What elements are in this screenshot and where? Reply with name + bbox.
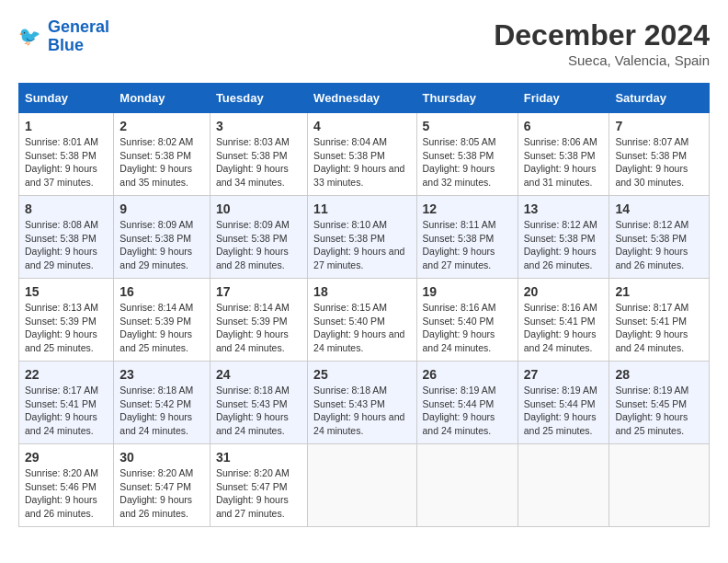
calendar-day-cell: 21Sunrise: 8:17 AMSunset: 5:41 PMDayligh… bbox=[609, 279, 710, 362]
day-info: Sunrise: 8:20 AMSunset: 5:46 PMDaylight:… bbox=[25, 466, 108, 521]
calendar-day-cell bbox=[518, 444, 609, 527]
day-info: Sunrise: 8:09 AMSunset: 5:38 PMDaylight:… bbox=[216, 218, 301, 272]
day-number: 26 bbox=[423, 367, 512, 382]
day-info: Sunrise: 8:20 AMSunset: 5:47 PMDaylight:… bbox=[119, 466, 204, 521]
logo-text: General Blue bbox=[48, 18, 109, 55]
day-number: 23 bbox=[119, 367, 204, 382]
calendar-day-cell: 31Sunrise: 8:20 AMSunset: 5:47 PMDayligh… bbox=[210, 444, 307, 527]
calendar-day-cell: 5Sunrise: 8:05 AMSunset: 5:38 PMDaylight… bbox=[416, 113, 518, 196]
calendar-day-cell: 26Sunrise: 8:19 AMSunset: 5:44 PMDayligh… bbox=[416, 362, 518, 444]
calendar-day-cell bbox=[416, 444, 518, 527]
day-info: Sunrise: 8:17 AMSunset: 5:41 PMDaylight:… bbox=[25, 384, 108, 438]
day-info: Sunrise: 8:14 AMSunset: 5:39 PMDaylight:… bbox=[216, 301, 301, 355]
day-info: Sunrise: 8:14 AMSunset: 5:39 PMDaylight:… bbox=[119, 301, 204, 355]
calendar-week-row: 22Sunrise: 8:17 AMSunset: 5:41 PMDayligh… bbox=[19, 362, 710, 444]
calendar-day-cell: 29Sunrise: 8:20 AMSunset: 5:46 PMDayligh… bbox=[19, 444, 114, 527]
day-number: 16 bbox=[119, 284, 204, 299]
day-number: 15 bbox=[25, 284, 108, 299]
page-header: 🐦 General Blue December 2024 Sueca, Vale… bbox=[18, 18, 710, 68]
calendar-day-cell: 1Sunrise: 8:01 AMSunset: 5:38 PMDaylight… bbox=[19, 113, 114, 196]
day-number: 13 bbox=[524, 201, 604, 216]
calendar-day-cell: 3Sunrise: 8:03 AMSunset: 5:38 PMDaylight… bbox=[210, 113, 307, 196]
calendar-day-cell bbox=[308, 444, 416, 527]
day-number: 14 bbox=[615, 201, 703, 216]
calendar-week-row: 29Sunrise: 8:20 AMSunset: 5:46 PMDayligh… bbox=[19, 444, 710, 527]
day-number: 20 bbox=[524, 284, 604, 299]
calendar-day-cell: 23Sunrise: 8:18 AMSunset: 5:42 PMDayligh… bbox=[114, 362, 210, 444]
calendar-day-cell: 30Sunrise: 8:20 AMSunset: 5:47 PMDayligh… bbox=[114, 444, 210, 527]
weekday-header-saturday: Saturday bbox=[609, 84, 710, 113]
calendar-week-row: 15Sunrise: 8:13 AMSunset: 5:39 PMDayligh… bbox=[19, 279, 710, 362]
logo-line2: Blue bbox=[48, 36, 84, 54]
day-number: 17 bbox=[216, 284, 301, 299]
calendar-day-cell: 19Sunrise: 8:16 AMSunset: 5:40 PMDayligh… bbox=[416, 279, 518, 362]
day-number: 5 bbox=[423, 119, 512, 133]
calendar-day-cell: 27Sunrise: 8:19 AMSunset: 5:44 PMDayligh… bbox=[518, 362, 609, 444]
day-info: Sunrise: 8:18 AMSunset: 5:43 PMDaylight:… bbox=[216, 384, 301, 438]
weekday-header-thursday: Thursday bbox=[416, 84, 518, 113]
calendar-week-row: 8Sunrise: 8:08 AMSunset: 5:38 PMDaylight… bbox=[19, 196, 710, 279]
day-number: 6 bbox=[524, 119, 604, 133]
day-number: 18 bbox=[313, 284, 410, 299]
day-info: Sunrise: 8:16 AMSunset: 5:41 PMDaylight:… bbox=[524, 301, 604, 355]
day-number: 8 bbox=[25, 201, 108, 216]
day-info: Sunrise: 8:08 AMSunset: 5:38 PMDaylight:… bbox=[25, 218, 108, 272]
day-info: Sunrise: 8:04 AMSunset: 5:38 PMDaylight:… bbox=[313, 135, 410, 190]
day-info: Sunrise: 8:19 AMSunset: 5:44 PMDaylight:… bbox=[423, 384, 512, 438]
day-info: Sunrise: 8:11 AMSunset: 5:38 PMDaylight:… bbox=[423, 218, 512, 272]
calendar-day-cell: 16Sunrise: 8:14 AMSunset: 5:39 PMDayligh… bbox=[114, 279, 210, 362]
day-info: Sunrise: 8:15 AMSunset: 5:40 PMDaylight:… bbox=[313, 301, 410, 355]
day-info: Sunrise: 8:18 AMSunset: 5:42 PMDaylight:… bbox=[119, 384, 204, 438]
weekday-header-tuesday: Tuesday bbox=[210, 84, 307, 113]
day-number: 30 bbox=[119, 450, 204, 465]
calendar-day-cell: 13Sunrise: 8:12 AMSunset: 5:38 PMDayligh… bbox=[518, 196, 609, 279]
calendar-day-cell: 14Sunrise: 8:12 AMSunset: 5:38 PMDayligh… bbox=[609, 196, 710, 279]
calendar-day-cell: 2Sunrise: 8:02 AMSunset: 5:38 PMDaylight… bbox=[114, 113, 210, 196]
day-number: 31 bbox=[216, 450, 301, 465]
calendar-day-cell: 22Sunrise: 8:17 AMSunset: 5:41 PMDayligh… bbox=[19, 362, 114, 444]
calendar-week-row: 1Sunrise: 8:01 AMSunset: 5:38 PMDaylight… bbox=[19, 113, 710, 196]
day-number: 1 bbox=[25, 119, 108, 133]
day-number: 9 bbox=[119, 201, 204, 216]
calendar-day-cell: 18Sunrise: 8:15 AMSunset: 5:40 PMDayligh… bbox=[308, 279, 416, 362]
logo-icon: 🐦 bbox=[18, 24, 44, 50]
weekday-header-sunday: Sunday bbox=[19, 84, 114, 113]
day-number: 4 bbox=[313, 119, 410, 133]
day-info: Sunrise: 8:17 AMSunset: 5:41 PMDaylight:… bbox=[615, 301, 703, 355]
calendar-day-cell: 6Sunrise: 8:06 AMSunset: 5:38 PMDaylight… bbox=[518, 113, 609, 196]
weekday-header-row: SundayMondayTuesdayWednesdayThursdayFrid… bbox=[19, 84, 710, 113]
day-number: 19 bbox=[423, 284, 512, 299]
weekday-header-wednesday: Wednesday bbox=[308, 84, 416, 113]
day-number: 11 bbox=[313, 201, 410, 216]
calendar-day-cell: 17Sunrise: 8:14 AMSunset: 5:39 PMDayligh… bbox=[210, 279, 307, 362]
calendar-day-cell: 15Sunrise: 8:13 AMSunset: 5:39 PMDayligh… bbox=[19, 279, 114, 362]
calendar-table: SundayMondayTuesdayWednesdayThursdayFrid… bbox=[18, 83, 710, 527]
day-info: Sunrise: 8:19 AMSunset: 5:45 PMDaylight:… bbox=[615, 384, 703, 438]
day-number: 3 bbox=[216, 119, 301, 133]
day-info: Sunrise: 8:16 AMSunset: 5:40 PMDaylight:… bbox=[423, 301, 512, 355]
day-number: 28 bbox=[615, 367, 703, 382]
day-info: Sunrise: 8:09 AMSunset: 5:38 PMDaylight:… bbox=[119, 218, 204, 272]
weekday-header-friday: Friday bbox=[518, 84, 609, 113]
day-info: Sunrise: 8:10 AMSunset: 5:38 PMDaylight:… bbox=[313, 218, 410, 272]
day-number: 21 bbox=[615, 284, 703, 299]
day-number: 10 bbox=[216, 201, 301, 216]
day-info: Sunrise: 8:20 AMSunset: 5:47 PMDaylight:… bbox=[216, 466, 301, 521]
svg-text:🐦: 🐦 bbox=[18, 24, 41, 46]
weekday-header-monday: Monday bbox=[114, 84, 210, 113]
day-number: 24 bbox=[216, 367, 301, 382]
day-info: Sunrise: 8:12 AMSunset: 5:38 PMDaylight:… bbox=[615, 218, 703, 272]
day-info: Sunrise: 8:03 AMSunset: 5:38 PMDaylight:… bbox=[216, 135, 301, 190]
day-number: 22 bbox=[25, 367, 108, 382]
title-block: December 2024 Sueca, Valencia, Spain bbox=[494, 18, 710, 68]
calendar-day-cell: 20Sunrise: 8:16 AMSunset: 5:41 PMDayligh… bbox=[518, 279, 609, 362]
logo-line1: General bbox=[48, 17, 109, 36]
calendar-day-cell: 7Sunrise: 8:07 AMSunset: 5:38 PMDaylight… bbox=[609, 113, 710, 196]
day-number: 27 bbox=[524, 367, 604, 382]
location-subtitle: Sueca, Valencia, Spain bbox=[494, 52, 710, 68]
day-number: 25 bbox=[313, 367, 410, 382]
calendar-day-cell: 11Sunrise: 8:10 AMSunset: 5:38 PMDayligh… bbox=[308, 196, 416, 279]
calendar-day-cell: 8Sunrise: 8:08 AMSunset: 5:38 PMDaylight… bbox=[19, 196, 114, 279]
day-info: Sunrise: 8:07 AMSunset: 5:38 PMDaylight:… bbox=[615, 135, 703, 190]
calendar-day-cell: 10Sunrise: 8:09 AMSunset: 5:38 PMDayligh… bbox=[210, 196, 307, 279]
